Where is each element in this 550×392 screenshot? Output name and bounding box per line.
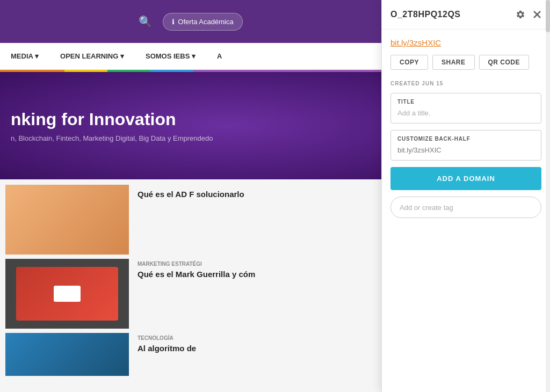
card-content-3: TECNOLOGÍA Al algoritmo de: [133, 333, 376, 356]
hero-subtitle: n, Blockchain, Fintech, Marketing Digita…: [11, 134, 213, 142]
card-title-2: Qué es el Mark Guerrilla y cóm: [138, 269, 372, 280]
add-domain-button[interactable]: ADD A DOMAIN: [390, 167, 541, 190]
hero-text: nking for Innovation n, Blockchain, Fint…: [11, 109, 213, 142]
nav-bar: MEDIA ▾ OPEN LEARNING ▾ SOMOS IEBS ▾ A: [0, 43, 381, 70]
nav-media[interactable]: MEDIA ▾: [11, 52, 39, 60]
card-row-1: Qué es el AD F solucionarlo: [5, 185, 376, 255]
copy-button[interactable]: COPY: [390, 55, 428, 70]
back-half-input[interactable]: [397, 146, 534, 154]
title-input[interactable]: [397, 109, 534, 117]
back-half-field-group: CUSTOMIZE BACK-HALF: [390, 130, 541, 161]
qr-code-button[interactable]: QR CODE: [479, 55, 530, 70]
card-image-2: [5, 259, 129, 329]
background-website: 🔍 ℹ Oferta Académica MEDIA ▾ OPEN LEARNI…: [0, 0, 381, 392]
close-button[interactable]: [533, 10, 541, 19]
gear-icon: [516, 10, 525, 19]
back-half-label: CUSTOMIZE BACK-HALF: [397, 136, 534, 142]
title-field-group: TITLE: [390, 93, 541, 124]
title-field-label: TITLE: [397, 99, 534, 105]
top-bar: 🔍 ℹ Oferta Académica: [0, 0, 381, 43]
hero-title: nking for Innovation: [11, 109, 213, 129]
card-image-3: [5, 333, 129, 376]
created-label: CREATED JUN 15: [390, 81, 541, 86]
side-panel: O_2T8HPQ12QS bit.ly/3zsHXIC COPY SHARE Q…: [381, 0, 550, 392]
nav-somos-iebs[interactable]: SOMOS IEBS ▾: [146, 52, 196, 60]
card-title-3: Al algoritmo de: [138, 343, 372, 354]
panel-body: bit.ly/3zsHXIC COPY SHARE QR CODE CREATE…: [382, 30, 550, 392]
search-icon[interactable]: 🔍: [139, 15, 152, 28]
card-category-3: TECNOLOGÍA: [138, 335, 372, 341]
card-content-1: Qué es el AD F solucionarlo: [133, 185, 376, 202]
action-buttons: COPY SHARE QR CODE: [390, 55, 541, 70]
card-title-1: Qué es el AD F solucionarlo: [138, 189, 372, 200]
panel-header: O_2T8HPQ12QS: [382, 0, 550, 30]
share-button[interactable]: SHARE: [432, 55, 475, 70]
scrollbar[interactable]: [546, 0, 550, 392]
oferta-button[interactable]: ℹ Oferta Académica: [163, 13, 242, 31]
nav-more[interactable]: A: [217, 52, 222, 60]
card-category-2: MARKETING ESTRATÉGI: [138, 261, 372, 267]
tag-input[interactable]: [400, 204, 532, 212]
tag-input-wrap: [390, 197, 541, 218]
nav-open-learning[interactable]: OPEN LEARNING ▾: [60, 52, 124, 60]
panel-title: O_2T8HPQ12QS: [390, 10, 461, 19]
hero-section: nking for Innovation n, Blockchain, Fint…: [0, 72, 381, 179]
card-row-2: MARKETING ESTRATÉGI Qué es el Mark Guerr…: [5, 259, 376, 329]
close-icon: [533, 10, 541, 19]
info-icon: ℹ: [172, 18, 175, 26]
cards-section: Qué es el AD F solucionarlo MARKETING ES…: [0, 179, 381, 392]
panel-header-icons: [516, 10, 541, 19]
scrollbar-thumb[interactable]: [546, 0, 550, 32]
short-link[interactable]: bit.ly/3zsHXIC: [390, 38, 541, 47]
oferta-label: Oferta Académica: [178, 18, 233, 26]
settings-button[interactable]: [516, 10, 525, 19]
card-row-3: TECNOLOGÍA Al algoritmo de: [5, 333, 376, 376]
card-content-2: MARKETING ESTRATÉGI Qué es el Mark Guerr…: [133, 259, 376, 282]
card-image-1: [5, 185, 129, 255]
